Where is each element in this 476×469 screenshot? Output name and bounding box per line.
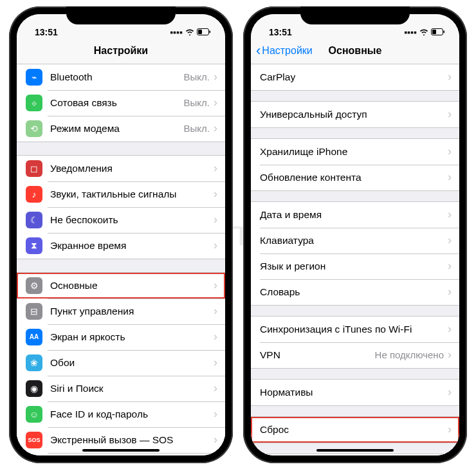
sounds-icon: ♪ <box>26 186 42 203</box>
page-title: Основные <box>329 45 382 57</box>
wifi-icon <box>185 27 194 37</box>
chevron-right-icon: › <box>448 285 452 299</box>
settings-row[interactable]: Обновление контента› <box>251 165 459 190</box>
settings-row[interactable]: Словарь› <box>251 279 459 305</box>
nav-bar-right: ‹ Настройки Основные <box>251 39 459 64</box>
row-label: Звуки, тактильные сигналы <box>50 189 214 200</box>
settings-row[interactable]: ⧗Экранное время› <box>17 233 225 259</box>
chevron-right-icon: › <box>214 122 217 135</box>
settings-row[interactable]: CarPlay› <box>251 64 459 90</box>
settings-row[interactable]: Хранилище iPhone› <box>251 139 459 165</box>
wallpaper-icon: ❀ <box>26 354 42 371</box>
chevron-right-icon: › <box>448 423 452 436</box>
row-value: Выкл. <box>184 123 210 134</box>
settings-row[interactable]: ♪Звуки, тактильные сигналы› <box>17 181 225 207</box>
chevron-right-icon: › <box>448 208 452 221</box>
chevron-right-icon: › <box>448 348 452 362</box>
wifi-icon <box>419 27 428 37</box>
row-label: Сброс <box>260 424 448 436</box>
row-label: Bluetooth <box>50 71 184 83</box>
cellular-icon: ⟐ <box>26 95 42 111</box>
svg-rect-2 <box>210 30 211 33</box>
row-label: Обновление контента <box>260 172 448 183</box>
row-label: Face ID и код-пароль <box>50 409 214 420</box>
row-label: CarPlay <box>260 71 448 83</box>
nav-bar-left: Настройки <box>17 39 225 64</box>
dnd-icon: ☾ <box>26 212 42 228</box>
settings-row[interactable]: ⌁BluetoothВыкл.› <box>17 64 225 90</box>
page-title: Настройки <box>94 45 148 57</box>
row-label: Универсальный доступ <box>260 109 448 120</box>
settings-row[interactable]: Клавиатура› <box>251 228 459 253</box>
row-label: Уведомления <box>50 163 214 174</box>
settings-list-left[interactable]: ⌁BluetoothВыкл.›⟐Сотовая связьВыкл.›⟲Реж… <box>17 64 225 455</box>
row-label: Пункт управления <box>50 306 214 317</box>
settings-row[interactable]: Универсальный доступ› <box>251 102 459 127</box>
settings-row[interactable]: Язык и регион› <box>251 253 459 279</box>
settings-row[interactable]: ⟐Сотовая связьВыкл.› <box>17 90 225 116</box>
back-button[interactable]: ‹ Настройки <box>256 44 313 58</box>
settings-row[interactable]: Выключить <box>251 454 459 455</box>
home-indicator[interactable] <box>316 449 394 452</box>
settings-row[interactable]: Синхронизация с iTunes по Wi-Fi› <box>251 317 459 342</box>
settings-row[interactable]: ◉Siri и Поиск› <box>17 376 225 401</box>
row-label: Синхронизация с iTunes по Wi-Fi <box>260 324 448 335</box>
hotspot-icon: ⟲ <box>26 120 42 137</box>
chevron-right-icon: › <box>448 259 452 273</box>
phone-left: 13:51 ▪▪▪▪ Настройки ⌁BluetoothВыкл.›⟐Со… <box>9 6 233 463</box>
row-value: Не подключено <box>375 349 444 360</box>
chevron-right-icon: › <box>214 70 217 84</box>
settings-row[interactable]: ☺Face ID и код-пароль› <box>17 401 225 427</box>
screen-left: 13:51 ▪▪▪▪ Настройки ⌁BluetoothВыкл.›⟐Со… <box>17 14 225 455</box>
row-label: Дата и время <box>260 209 448 221</box>
row-label: Сотовая связь <box>50 97 184 109</box>
chevron-right-icon: › <box>448 385 452 399</box>
row-label: Основные <box>50 280 214 291</box>
settings-row[interactable]: ☾Не беспокоить› <box>17 207 225 233</box>
chevron-right-icon: › <box>214 304 217 318</box>
chevron-left-icon: ‹ <box>256 44 261 58</box>
siri-icon: ◉ <box>26 380 42 397</box>
home-indicator[interactable] <box>82 449 160 452</box>
row-label: Обои <box>50 357 214 369</box>
status-time: 13:51 <box>269 27 292 37</box>
phone-right: 13:51 ▪▪▪▪ ‹ Настройки Основные CarPlay›… <box>243 6 467 463</box>
settings-row[interactable]: ▮Аккумулятор› <box>17 453 225 455</box>
settings-row[interactable]: ⚙Основные› <box>17 273 225 299</box>
row-label: VPN <box>260 349 375 361</box>
notch <box>66 6 176 24</box>
sos-icon: SOS <box>26 432 42 448</box>
settings-row[interactable]: Дата и время› <box>251 202 459 228</box>
chevron-right-icon: › <box>448 107 452 121</box>
battery-icon <box>197 27 211 37</box>
settings-row[interactable]: AAЭкран и яркость› <box>17 324 225 350</box>
settings-row[interactable]: ◻Уведомления› <box>17 156 225 181</box>
chevron-right-icon: › <box>448 145 452 158</box>
row-label: Siri и Поиск <box>50 383 214 394</box>
settings-row[interactable]: VPNНе подключено› <box>251 342 459 368</box>
chevron-right-icon: › <box>214 213 217 226</box>
row-label: Экран и яркость <box>50 331 214 343</box>
settings-row[interactable]: Сброс› <box>251 417 459 443</box>
control-center-icon: ⊟ <box>26 303 42 320</box>
row-label: Клавиатура <box>260 235 448 246</box>
settings-row[interactable]: ❀Обои› <box>17 350 225 376</box>
settings-row[interactable]: Нормативы› <box>251 380 459 405</box>
settings-row[interactable]: ⊟Пункт управления› <box>17 299 225 324</box>
row-label: Не беспокоить <box>50 214 214 226</box>
chevron-right-icon: › <box>448 170 452 184</box>
faceid-icon: ☺ <box>26 406 42 423</box>
row-label: Хранилище iPhone <box>260 146 448 158</box>
notifications-icon: ◻ <box>26 160 42 177</box>
row-label: Язык и регион <box>260 261 448 272</box>
settings-row[interactable]: ⟲Режим модемаВыкл.› <box>17 116 225 142</box>
chevron-right-icon: › <box>214 187 217 201</box>
chevron-right-icon: › <box>214 433 217 446</box>
row-label: Экранное время <box>50 240 214 252</box>
settings-list-right[interactable]: CarPlay›Универсальный доступ›Хранилище i… <box>251 64 459 455</box>
screen-right: 13:51 ▪▪▪▪ ‹ Настройки Основные CarPlay›… <box>251 14 459 455</box>
signal-icon: ▪▪▪▪ <box>404 27 417 37</box>
row-label: Словарь <box>260 286 448 298</box>
svg-rect-4 <box>432 30 436 34</box>
notch <box>300 6 410 24</box>
